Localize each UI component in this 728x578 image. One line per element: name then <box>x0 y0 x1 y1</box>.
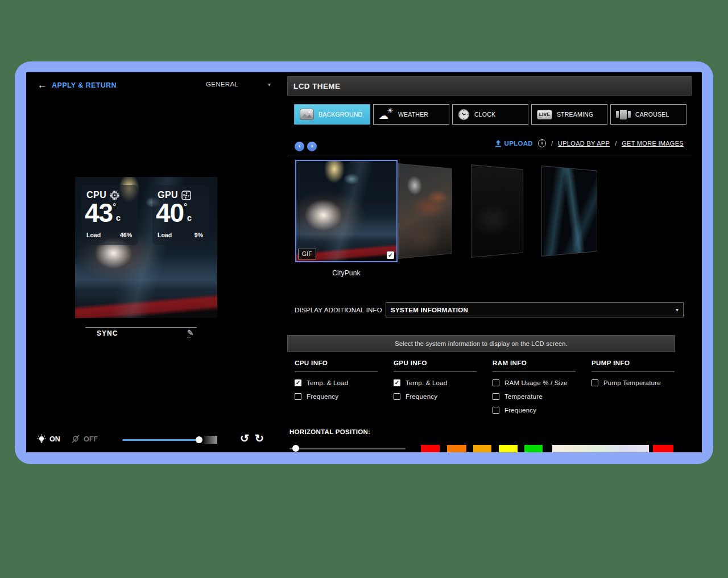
gpu-frequency-checkbox[interactable]: Frequency <box>394 393 485 400</box>
upload-links: UPLOAD i / UPLOAD BY APP / GET MORE IMAG… <box>495 139 684 147</box>
gallery-thumbnail-3[interactable] <box>471 164 523 258</box>
rotate-cw-icon[interactable]: ↻ <box>255 432 264 445</box>
live-icon: LIVE <box>537 110 552 119</box>
edit-name-icon[interactable]: ✎ <box>187 328 194 337</box>
brightness-slider-track[interactable] <box>122 439 200 441</box>
cpu-info-group: CPU INFO ✓ Temp. & Load Frequency <box>295 360 386 406</box>
mode-dropdown-value: GENERAL <box>206 81 238 88</box>
pump-info-group: PUMP INFO Pump Temperature <box>592 360 682 393</box>
horizontal-position-slider-knob[interactable] <box>292 445 299 452</box>
color-swatch-green[interactable] <box>524 445 543 452</box>
carousel-icon <box>616 110 631 119</box>
cpu-temperature: 43°c <box>85 200 121 226</box>
horizontal-position-label: HORIZONTAL POSITION: <box>289 428 370 435</box>
gif-badge: GIF <box>298 249 316 259</box>
tab-streaming-label: STREAMING <box>557 111 593 118</box>
cpu-stat-card: CPU 43° <box>81 185 138 245</box>
chevron-down-icon: ▾ <box>676 307 679 313</box>
clock-icon <box>458 109 470 121</box>
ram-info-group: RAM INFO RAM Usage % / Size Temperature … <box>493 360 584 420</box>
preview-name-divider <box>85 327 197 328</box>
cpu-load-label: Load <box>86 232 101 238</box>
ram-info-title: RAM INFO <box>493 360 584 366</box>
preview-name: SYNC <box>97 329 118 337</box>
gpu-load-label: Load <box>158 232 172 238</box>
info-icon[interactable]: i <box>538 139 546 147</box>
display-off-button[interactable]: OFF <box>71 434 98 444</box>
helper-text: Select the system information to display… <box>395 340 567 347</box>
brightness-slider-knob[interactable] <box>196 436 202 443</box>
horizontal-position-slider-track[interactable] <box>289 448 406 449</box>
thumbnail-caption: CityPunk <box>295 269 398 277</box>
separator-slash: / <box>615 140 617 147</box>
helper-bar: Select the system information to display… <box>287 335 675 352</box>
tab-carousel-label: CAROUSEL <box>635 111 669 118</box>
app-window-frame: ← APPLY & RETURN GENERAL ▾ CPU <box>15 61 713 464</box>
display-off-label: OFF <box>84 435 98 443</box>
additional-info-value: SYSTEM INFORMATION <box>391 307 468 313</box>
cpu-info-title: CPU INFO <box>295 360 386 366</box>
ram-temperature-checkbox[interactable]: Temperature <box>493 393 584 400</box>
lcd-preview: CPU 43° <box>75 177 217 318</box>
tab-carousel[interactable]: CAROUSEL <box>610 104 686 125</box>
app-panel: ← APPLY & RETURN GENERAL ▾ CPU <box>26 72 702 452</box>
upload-icon <box>495 140 502 147</box>
ram-frequency-checkbox[interactable]: Frequency <box>493 406 584 414</box>
gallery-thumbnail-citypunk[interactable]: GIF ✓ <box>295 160 398 262</box>
ram-usage-checkbox[interactable]: RAM Usage % / Size <box>493 379 584 386</box>
cpu-load-value: 46% <box>120 232 132 238</box>
tab-background-label: BACKGROUND <box>318 111 362 118</box>
pump-temperature-checkbox[interactable]: Pump Temperature <box>592 379 682 386</box>
bulb-off-icon <box>71 434 81 444</box>
lcd-theme-header: LCD THEME <box>287 76 692 96</box>
tab-background[interactable]: BACKGROUND <box>294 104 370 125</box>
theme-tabs: BACKGROUND ☀ ☁ WEATHER <box>294 104 686 125</box>
pump-info-title: PUMP INFO <box>592 360 682 366</box>
display-on-label: ON <box>49 435 60 443</box>
additional-info-dropdown[interactable]: SYSTEM INFORMATION ▾ <box>386 302 684 317</box>
cpu-frequency-checkbox[interactable]: Frequency <box>295 393 386 400</box>
gpu-temp-load-checkbox[interactable]: ✓ Temp. & Load <box>394 379 485 386</box>
color-swatch-red[interactable] <box>421 445 440 452</box>
gallery-next-button[interactable]: › <box>307 142 317 151</box>
image-icon <box>300 109 314 120</box>
upload-by-app-link[interactable]: UPLOAD BY APP <box>558 140 610 147</box>
color-swatch-yellow[interactable] <box>499 445 518 452</box>
bulb-on-icon <box>36 434 47 444</box>
rotate-ccw-icon[interactable]: ↺ <box>240 432 249 445</box>
color-swatches <box>421 445 673 452</box>
apply-return-button[interactable]: ← APPLY & RETURN <box>38 80 117 90</box>
tab-clock[interactable]: CLOCK <box>452 104 528 125</box>
gpu-info-group: GPU INFO ✓ Temp. & Load Frequency <box>394 360 485 406</box>
color-swatch-gradient[interactable] <box>552 445 649 452</box>
gpu-load-value: 9% <box>195 232 203 238</box>
gallery-thumbnail-4[interactable] <box>541 166 597 257</box>
gpu-stat-card: GPU 40°c Load 9% <box>152 185 209 245</box>
upload-button[interactable]: UPLOAD <box>495 140 533 147</box>
color-swatch-red-2[interactable] <box>653 445 673 452</box>
gallery-divider <box>287 155 692 155</box>
tab-streaming[interactable]: LIVE STREAMING <box>531 104 607 125</box>
tab-weather-label: WEATHER <box>398 111 428 118</box>
display-on-button[interactable]: ON <box>36 434 60 444</box>
lcd-theme-title: LCD THEME <box>293 82 340 90</box>
additional-info-label: DISPLAY ADDITIONAL INFO <box>295 302 382 317</box>
apply-return-label: APPLY & RETURN <box>52 81 117 89</box>
gpu-temperature: 40°c <box>156 200 192 226</box>
brightness-gradient-swatch <box>204 436 217 444</box>
display-controls: ON OFF ↺ ↻ <box>26 433 288 448</box>
color-swatch-orange[interactable] <box>447 445 466 452</box>
tab-clock-label: CLOCK <box>474 111 495 118</box>
back-arrow-icon: ← <box>38 80 47 90</box>
cpu-temp-load-checkbox[interactable]: ✓ Temp. & Load <box>295 379 386 386</box>
get-more-images-link[interactable]: GET MORE IMAGES <box>622 140 684 147</box>
gallery-thumbnail-2[interactable] <box>398 163 452 259</box>
separator-slash: / <box>551 140 553 147</box>
upload-label: UPLOAD <box>504 140 533 147</box>
tab-weather[interactable]: ☀ ☁ WEATHER <box>373 104 449 125</box>
mode-dropdown[interactable]: GENERAL ▾ <box>200 78 274 90</box>
thumbnail-checkbox[interactable]: ✓ <box>387 251 394 259</box>
gallery-prev-button[interactable]: ‹ <box>295 142 304 151</box>
color-swatch-amber[interactable] <box>473 445 491 452</box>
weather-icon: ☀ ☁ <box>379 108 394 121</box>
